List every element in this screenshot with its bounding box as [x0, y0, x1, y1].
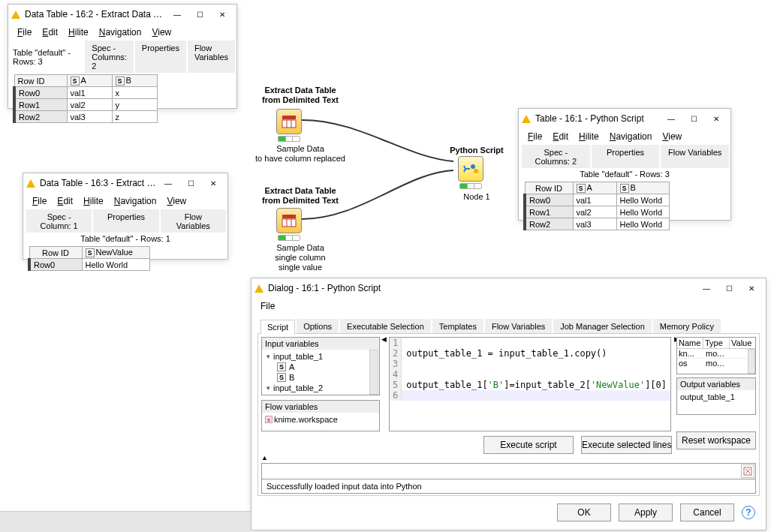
col-newvalue[interactable]: SNewValue	[82, 247, 149, 259]
close-button[interactable]: ✕	[705, 110, 727, 127]
maximize-button[interactable]: ☐	[718, 280, 740, 296]
menu-file[interactable]: File	[523, 130, 547, 143]
execute-script-button[interactable]: Execute script	[483, 436, 574, 454]
tab-properties[interactable]: Properties	[135, 41, 186, 73]
menu-hilite[interactable]: Hilite	[64, 26, 93, 39]
tab-flowvars[interactable]: Flow Variables	[188, 41, 235, 73]
col-a[interactable]: SA	[573, 182, 616, 194]
menu-navigation[interactable]: Navigation	[110, 194, 161, 208]
titlebar[interactable]: Data Table - 16:2 - Extract Data Table..…	[8, 5, 236, 24]
table-row[interactable]: Row0val1x	[14, 87, 157, 99]
col-name[interactable]: Name	[677, 338, 703, 348]
collapse-icon[interactable]: ▾	[265, 353, 272, 360]
tab-spec[interactable]: Spec - Columns: 2	[85, 41, 133, 73]
data-table[interactable]: Row ID SA SB Row0val1x Row1val2y Row2val…	[13, 74, 158, 123]
tree-item[interactable]: SB	[264, 372, 378, 383]
table-row[interactable]: Row0val1Hello World	[525, 194, 669, 206]
svg-rect-5	[282, 219, 296, 227]
tree-item[interactable]: ▾input_table_1	[264, 351, 378, 362]
table-row[interactable]: Row1val2Hello World	[525, 206, 669, 218]
table-row[interactable]: Row2val3z	[14, 111, 157, 123]
col-rowid[interactable]: Row ID	[14, 75, 67, 87]
tab-memory[interactable]: Memory Policy	[653, 319, 721, 333]
titlebar[interactable]: Table - 16:1 - Python Script — ☐ ✕	[519, 109, 730, 128]
table-icon	[282, 214, 297, 227]
menu-file[interactable]: File	[28, 194, 51, 208]
menu-file[interactable]: File	[256, 299, 279, 313]
data-table[interactable]: Row ID SA SB Row0val1Hello World Row1val…	[523, 182, 670, 230]
col-b[interactable]: SB	[616, 182, 669, 194]
minimize-button[interactable]: —	[695, 280, 718, 296]
tab-flowvars[interactable]: Flow Variables	[485, 319, 552, 333]
tab-flowvars[interactable]: Flow Variables	[661, 145, 729, 168]
menu-view[interactable]: View	[147, 26, 176, 39]
menu-view[interactable]: View	[658, 130, 686, 143]
col-type[interactable]: Type	[703, 338, 730, 348]
cancel-button[interactable]: Cancel	[680, 503, 734, 521]
tab-executable[interactable]: Executable Selection	[340, 319, 431, 333]
flow-var-item[interactable]: s knime.workspace	[262, 413, 379, 426]
minimize-button[interactable]: —	[166, 6, 188, 23]
code-editor[interactable]: 123 456 output_table_1 = input_table_1.c…	[389, 337, 671, 431]
tab-templates[interactable]: Templates	[432, 319, 483, 333]
tab-script[interactable]: Script	[261, 320, 295, 334]
close-button[interactable]: ✕	[202, 175, 224, 191]
col-rowid[interactable]: Row ID	[525, 182, 573, 194]
minimize-button[interactable]: —	[660, 110, 682, 127]
output-var-item[interactable]: output_table_1	[677, 390, 755, 404]
execute-selected-button[interactable]: Execute selected lines	[581, 436, 672, 454]
ok-button[interactable]: OK	[557, 503, 611, 521]
menu-view[interactable]: View	[162, 194, 191, 208]
menu-edit[interactable]: Edit	[548, 130, 573, 143]
tree-item[interactable]: SA	[264, 362, 378, 372]
tab-properties[interactable]: Properties	[93, 209, 158, 233]
help-button[interactable]: ?	[742, 506, 755, 519]
taskbar-stub	[0, 511, 251, 532]
python-script-node[interactable]	[458, 156, 483, 182]
menu-navigation[interactable]: Navigation	[95, 26, 146, 39]
close-button[interactable]: ✕	[211, 6, 233, 23]
menu-hilite[interactable]: Hilite	[574, 130, 604, 143]
clear-console-button[interactable]	[741, 464, 754, 478]
titlebar[interactable]: Dialog - 16:1 - Python Script — ☐ ✕	[251, 278, 766, 298]
col-value[interactable]: Value	[730, 338, 755, 348]
menu-file[interactable]: File	[13, 26, 36, 39]
titlebar[interactable]: Data Table - 16:3 - Extract Dat... — ☐ ✕	[23, 173, 227, 193]
col-b[interactable]: SB	[112, 75, 157, 87]
python-script-dialog: Dialog - 16:1 - Python Script — ☐ ✕ File…	[251, 278, 766, 530]
col-a[interactable]: SA	[67, 75, 112, 87]
maximize-button[interactable]: ☐	[188, 6, 211, 23]
menu-edit[interactable]: Edit	[38, 26, 62, 39]
tab-options[interactable]: Options	[297, 319, 339, 333]
data-table[interactable]: Row ID SNewValue Row0Hello World	[28, 246, 150, 271]
close-button[interactable]: ✕	[740, 280, 763, 296]
minimize-button[interactable]: —	[157, 175, 179, 191]
table-row[interactable]: osmo...	[677, 359, 755, 368]
scrollbar[interactable]	[748, 349, 755, 374]
splitter-up-icon[interactable]: ▲	[261, 454, 268, 461]
tab-properties[interactable]: Properties	[592, 145, 660, 168]
reset-workspace-button[interactable]: Reset workspace	[676, 431, 756, 449]
maximize-button[interactable]: ☐	[682, 110, 705, 127]
apply-button[interactable]: Apply	[619, 503, 673, 521]
table-row[interactable]: Row1val2y	[14, 99, 157, 111]
col-rowid[interactable]: Row ID	[29, 247, 82, 259]
extract-table-node-2[interactable]	[276, 208, 302, 233]
tab-jobmgr[interactable]: Job Manager Selection	[553, 319, 652, 333]
table-row[interactable]: kn...mo...	[677, 349, 755, 359]
tab-flowvars[interactable]: Flow Variables	[161, 209, 226, 233]
console-panel[interactable]	[261, 463, 756, 479]
table-row[interactable]: Row0Hello World	[29, 259, 149, 271]
menu-edit[interactable]: Edit	[53, 194, 77, 208]
tree-item[interactable]: ▾input_table_2	[264, 383, 378, 393]
collapse-icon[interactable]: ▾	[265, 385, 272, 392]
tab-spec[interactable]: Spec - Columns: 2	[522, 145, 590, 168]
extract-table-node-1[interactable]	[276, 109, 302, 134]
menu-navigation[interactable]: Navigation	[605, 130, 657, 143]
table-row[interactable]: Row2val3Hello World	[525, 218, 669, 230]
splitter-left-icon[interactable]: ◀	[381, 335, 387, 343]
scrollbar[interactable]	[369, 350, 378, 395]
menu-hilite[interactable]: Hilite	[79, 194, 108, 208]
maximize-button[interactable]: ☐	[179, 175, 202, 191]
tab-spec[interactable]: Spec - Column: 1	[26, 209, 92, 233]
